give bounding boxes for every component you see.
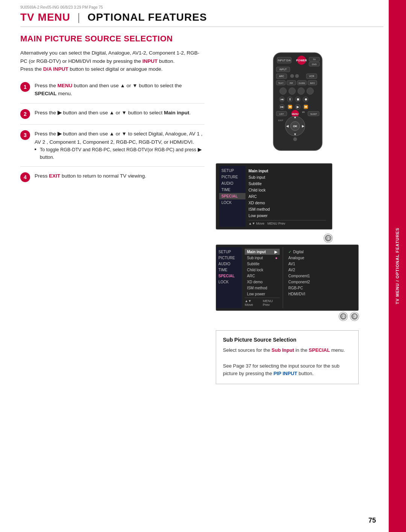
exit-button-ref: EXIT	[49, 173, 60, 179]
step-2-number: 2	[20, 109, 30, 119]
main-input-ref: Main input	[164, 110, 189, 116]
svg-text:⏮: ⏮	[280, 97, 284, 101]
svg-point-26	[289, 88, 295, 94]
step-3: 3 Press the ▶ button and then use ▲ or ▼…	[20, 125, 205, 167]
step-4-text: Press EXIT button to return to normal TV…	[35, 172, 205, 180]
special-highlight: SPECIAL	[309, 347, 330, 353]
menu-item-audio: AUDIO	[219, 180, 245, 187]
menu-item-setup: SETUP	[219, 167, 245, 174]
svg-text:INPUT D/A: INPUT D/A	[278, 59, 291, 62]
svg-text:INFO: INFO	[310, 82, 315, 84]
step-4-number: 4	[20, 172, 30, 182]
col1-audio: AUDIO	[216, 261, 242, 267]
sidebar-vertical: TV MENU / OPTIONAL FEATURES	[389, 0, 406, 532]
col2-ism: ISM method	[245, 285, 280, 291]
intro-line2: Press the	[20, 66, 43, 72]
menu-screenshot-1-group: SETUP PICTURE AUDIO TIME SPECIAL LOCK Ma…	[216, 163, 383, 245]
col1-setup: SETUP	[216, 249, 242, 255]
svg-text:⏸: ⏸	[288, 97, 292, 101]
svg-text:OK: OK	[293, 125, 297, 128]
col2-xd-demo: XD demo	[245, 279, 280, 285]
step-3-note: To toggle RGB-DTV and RGB-PC, select RGB…	[35, 146, 205, 161]
steps-container: 1 Press the MENU button and then use ▲ o…	[20, 76, 205, 187]
sub-picture-para1: Select sources for the Sub Input in the …	[223, 347, 351, 354]
step-badge-3: ③	[350, 312, 359, 321]
svg-text:▼: ▼	[294, 132, 297, 136]
intro-line2b: button to select digital or analogue mod…	[68, 66, 163, 72]
down-arrow-ref3: ▼	[122, 131, 127, 137]
menu-right-xd-demo: XD demo	[248, 199, 326, 206]
menu-item-special: SPECIAL	[219, 193, 245, 199]
title-separator: |	[77, 11, 80, 23]
down-arrow-ref2: ▼	[122, 110, 127, 116]
menu-right-ism: ISM method	[248, 206, 326, 212]
main-content: TV MENU | OPTIONAL FEATURES MAIN PICTURE…	[20, 11, 383, 517]
svg-text:EXIT: EXIT	[278, 119, 283, 122]
step-2-text: Press the ▶ button and then use ▲ or ▼ b…	[35, 109, 205, 117]
right-column: INPUT D/A POWER TV DVD INPUT	[216, 49, 383, 384]
col2-arc: ARC	[245, 273, 280, 279]
svg-text:▲: ▲	[294, 115, 297, 119]
col1-special: SPECIAL	[216, 273, 242, 279]
svg-text:POWER: POWER	[296, 59, 307, 62]
col2-child-lock: Child lock	[245, 267, 280, 273]
menu-right-1: Main input Sub input Subtitle Child lock…	[245, 166, 329, 227]
menu-item-picture: PICTURE	[219, 174, 245, 180]
col3-av2: AV2	[286, 267, 355, 273]
up-arrow-ref2: ▲	[109, 110, 114, 116]
right-arrow-ref: ▶	[58, 110, 62, 116]
svg-text:ARC: ARC	[279, 75, 284, 78]
menu-right-low-power: Low power	[248, 212, 326, 219]
col1-lock: LOCK	[216, 279, 242, 285]
svg-text:VCR: VCR	[309, 75, 314, 78]
svg-text:I/II: I/II	[302, 111, 305, 113]
section-heading: MAIN PICTURE SOURCE SELECTION	[20, 34, 383, 44]
step-3-number: 3	[20, 130, 30, 140]
up-arrow-ref: ▲	[120, 83, 125, 88]
da-input-highlight: D/A INPUT	[43, 66, 68, 72]
svg-point-13	[290, 74, 294, 78]
svg-text:⏹: ⏹	[296, 97, 300, 101]
special-menu-ref: SPECIAL	[35, 91, 57, 96]
col3-comp1: Component1	[286, 273, 355, 279]
left-column: Alternatively you can select the Digital…	[20, 49, 205, 384]
menu-nav-bar-2: ▲▼ Move MENU Prev	[245, 298, 280, 307]
svg-point-60	[293, 137, 297, 141]
col3-digital: ✓ Digital	[286, 249, 355, 255]
remote-control-illustration: INPUT D/A POWER TV DVD INPUT	[262, 49, 337, 156]
sub-picture-title: Sub Picture Source Selection	[223, 337, 351, 343]
menu-3col-left: SETUP PICTURE AUDIO TIME SPECIAL LOCK	[216, 247, 242, 308]
nav-move2: ▲▼ Move	[245, 299, 260, 307]
input-highlight: INPUT	[142, 58, 158, 64]
sub-picture-text: Select sources for the Sub Input in the …	[223, 347, 351, 378]
up-arrow-ref3: ▲	[109, 131, 114, 137]
svg-text:⏪: ⏪	[288, 105, 292, 109]
svg-point-27	[298, 88, 304, 94]
menu-3col-mid: Main input▶ Sub input● Subtitle Child lo…	[242, 247, 283, 308]
step-badge-1: ①	[324, 234, 332, 242]
col3-av1: AV1	[286, 261, 355, 267]
svg-text:GUIDE: GUIDE	[298, 82, 305, 84]
step-1-text: Press the MENU button and then use ▲ or …	[35, 82, 205, 98]
svg-text:TV: TV	[313, 58, 316, 61]
page-header: 9U0569A-2 Rev05-ING 06/8/23 3:29 PM Page…	[20, 5, 386, 9]
menu-item-lock: LOCK	[219, 199, 245, 206]
svg-text:LIST: LIST	[279, 113, 284, 115]
nav-move: ▲▼ Move	[248, 222, 264, 225]
menu-item-time: TIME	[219, 187, 245, 193]
menu-screenshot-2: SETUP PICTURE AUDIO TIME SPECIAL LOCK Ma…	[216, 245, 359, 311]
svg-point-25	[280, 88, 286, 94]
down-arrow-ref: ▼	[132, 83, 137, 88]
tv-menu-label: TV MENU	[20, 11, 70, 23]
menu-right-sub-input: Sub input	[248, 174, 326, 180]
nav-prev2: MENU Prev	[263, 299, 280, 307]
nav-prev: MENU Prev	[267, 222, 285, 225]
menu-right-child-lock: Child lock	[248, 187, 326, 193]
svg-point-28	[307, 88, 314, 94]
col2-sub-input: Sub input●	[245, 255, 280, 261]
svg-text:PIP: PIP	[290, 82, 293, 84]
step-1: 1 Press the MENU button and then use ▲ o…	[20, 76, 205, 103]
two-col-layout: Alternatively you can select the Digital…	[20, 49, 383, 384]
badge-row-23: ② ③	[216, 312, 359, 321]
col2-subtitle: Subtitle	[245, 261, 280, 267]
